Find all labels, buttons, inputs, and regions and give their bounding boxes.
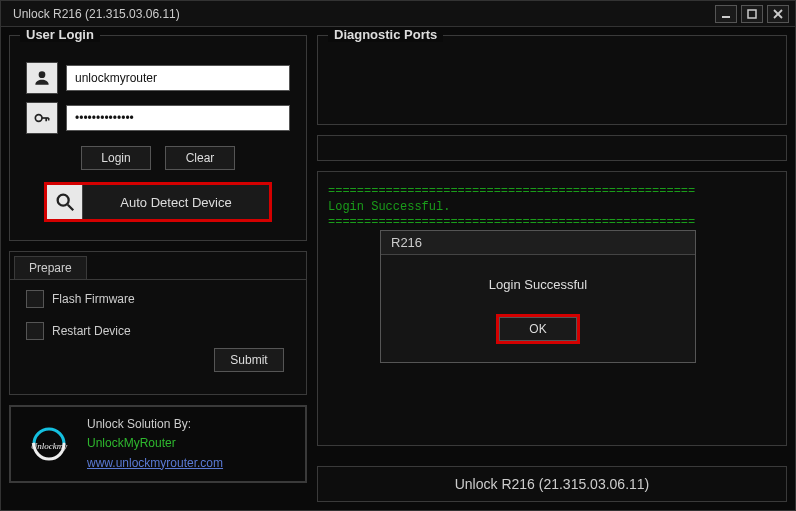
user-login-title: User Login: [20, 27, 100, 42]
footer-status-bar: Unlock R216 (21.315.03.06.11): [317, 466, 787, 502]
svg-text:Unlockmy: Unlockmy: [31, 441, 67, 451]
log-message: Login Successful.: [328, 200, 776, 216]
tab-prepare[interactable]: Prepare: [14, 256, 87, 279]
content-area: User Login Login Clear: [1, 27, 795, 510]
svg-point-9: [57, 195, 68, 206]
titlebar[interactable]: Unlock R216 (21.315.03.06.11): [1, 1, 795, 27]
username-input[interactable]: [66, 65, 290, 91]
brand-logo-icon: Unlockmy: [23, 418, 75, 470]
login-success-dialog: R216 Login Successful OK: [380, 230, 696, 363]
branding-group: Unlockmy Unlock Solution By: UnlockMyRou…: [9, 405, 307, 483]
password-row: [10, 98, 306, 138]
user-icon: [26, 62, 58, 94]
branding-text: Unlock Solution By: UnlockMyRouter www.u…: [87, 415, 223, 473]
password-input[interactable]: [66, 105, 290, 131]
key-icon: [26, 102, 58, 134]
submit-row: Submit: [10, 344, 306, 382]
svg-point-4: [39, 71, 46, 78]
prepare-tab-strip: Prepare: [10, 256, 306, 280]
branding-by: Unlock Solution By:: [87, 415, 223, 434]
auto-detect-highlight: Auto Detect Device: [44, 182, 272, 222]
maximize-button[interactable]: [741, 5, 763, 23]
auto-detect-button[interactable]: Auto Detect Device: [83, 185, 269, 219]
flash-firmware-row: Flash Firmware: [10, 280, 306, 312]
minimize-button[interactable]: [715, 5, 737, 23]
footer-status-text: Unlock R216 (21.315.03.06.11): [455, 476, 650, 492]
user-login-group: User Login Login Clear: [9, 35, 307, 241]
left-column: User Login Login Clear: [9, 35, 307, 502]
login-button-row: Login Clear: [10, 138, 306, 174]
diagnostic-ports-group: Diagnostic Ports: [317, 35, 787, 125]
svg-point-5: [35, 115, 42, 122]
log-separator-top: ========================================…: [328, 184, 776, 200]
status-strip: [317, 135, 787, 161]
prepare-group: Prepare Flash Firmware Restart Device Su…: [9, 251, 307, 395]
username-row: [10, 58, 306, 98]
restart-device-row: Restart Device: [10, 312, 306, 344]
window-title: Unlock R216 (21.315.03.06.11): [7, 7, 180, 21]
dialog-title[interactable]: R216: [381, 231, 695, 255]
flash-firmware-checkbox[interactable]: [26, 290, 44, 308]
log-panel: ========================================…: [317, 171, 787, 446]
window-controls: [715, 5, 789, 23]
flash-firmware-label: Flash Firmware: [52, 292, 135, 306]
close-button[interactable]: [767, 5, 789, 23]
branding-name: UnlockMyRouter: [87, 434, 223, 453]
svg-line-10: [67, 205, 73, 211]
dialog-ok-highlight: OK: [496, 314, 580, 344]
app-window: Unlock R216 (21.315.03.06.11) User Login: [0, 0, 796, 511]
submit-button[interactable]: Submit: [214, 348, 284, 372]
dialog-body-text: Login Successful: [381, 255, 695, 314]
svg-rect-0: [722, 16, 730, 18]
login-button[interactable]: Login: [81, 146, 151, 170]
right-column: Diagnostic Ports =======================…: [317, 35, 787, 502]
branding-url-link[interactable]: www.unlockmyrouter.com: [87, 454, 223, 473]
dialog-ok-button[interactable]: OK: [499, 317, 577, 341]
svg-rect-1: [748, 10, 756, 18]
log-separator-bottom: ========================================…: [328, 215, 776, 231]
dialog-ok-row: OK: [381, 314, 695, 362]
restart-device-checkbox[interactable]: [26, 322, 44, 340]
search-icon: [47, 185, 83, 219]
restart-device-label: Restart Device: [52, 324, 131, 338]
clear-button[interactable]: Clear: [165, 146, 235, 170]
diagnostic-ports-title: Diagnostic Ports: [328, 27, 443, 42]
